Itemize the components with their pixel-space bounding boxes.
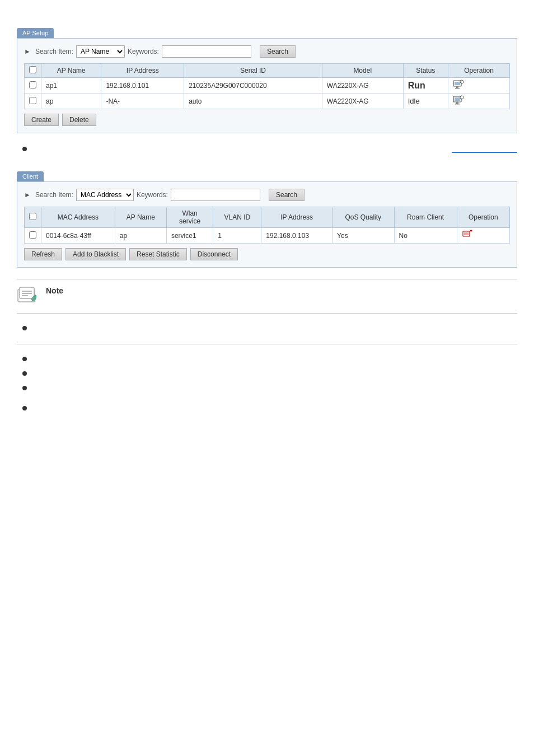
note-icon	[17, 286, 39, 306]
client-col-ip: IP Address	[261, 207, 332, 228]
bullet-item-3	[22, 369, 517, 379]
ap-row2-status: Idle	[403, 94, 448, 109]
bullet-dot-1-icon	[22, 326, 27, 330]
client-search-arrow-icon: ►	[24, 191, 31, 199]
ap-row1-status: Run	[403, 78, 448, 94]
client-col-qos: QoS Quality	[332, 207, 394, 228]
bullet-item-2	[22, 354, 517, 365]
bullet-content	[32, 146, 34, 153]
ap-row2-serial: auto	[184, 94, 322, 109]
client-row1-roam: No	[394, 228, 457, 244]
client-search-bar: ► Search Item: MAC Address AP Name IP Ad…	[24, 189, 510, 201]
ap-col-check	[25, 64, 41, 78]
svg-rect-1	[455, 82, 460, 85]
ap-table: AP Name IP Address Serial ID Model Statu…	[24, 63, 510, 109]
bullet-item-5	[22, 404, 517, 414]
client-row1-ip: 192.168.0.103	[261, 228, 332, 244]
svg-rect-13	[464, 232, 469, 235]
client-select-all-checkbox[interactable]	[29, 213, 36, 220]
client-add-blacklist-button[interactable]: Add to Blacklist	[65, 248, 126, 260]
client-col-vlan: VLAN ID	[213, 207, 261, 228]
ap-row1-operation[interactable]: +	[448, 78, 510, 94]
bullet-text-2	[32, 354, 34, 365]
divider-1	[17, 344, 517, 344]
client-panel: ► Search Item: MAC Address AP Name IP Ad…	[17, 181, 517, 268]
ap-search-button[interactable]: Search	[260, 45, 296, 58]
client-col-mac: MAC Address	[41, 207, 115, 228]
client-col-apname: AP Name	[115, 207, 166, 228]
client-row1-wlan: service1	[166, 228, 213, 244]
client-row1-vlan: 1	[213, 228, 261, 244]
table-row: ap -NA- auto WA2220X-AG Idle	[25, 94, 510, 109]
ap-row1-ip: 192.168.0.101	[101, 78, 184, 94]
bullet-dot-2-icon	[22, 357, 27, 361]
note-label: Note	[46, 286, 63, 295]
table-row: ap1 192.168.0.101 210235A29G007C000020 W…	[25, 78, 510, 94]
client-search-button[interactable]: Search	[269, 189, 305, 201]
note-section: Note	[17, 279, 517, 314]
client-keywords-input[interactable]	[171, 189, 260, 201]
ap-keywords-label: Keywords:	[128, 48, 159, 55]
svg-rect-8	[456, 102, 458, 104]
ap-row2-ip: -NA-	[101, 94, 184, 109]
client-col-wlan: Wlanservice	[166, 207, 213, 228]
bullet-dot-4-icon	[22, 386, 27, 390]
ap-row1-name: ap1	[41, 78, 101, 94]
client-row1-qos: Yes	[332, 228, 394, 244]
table-row: 0014-6c8a-43ff ap service1 1 192.168.0.1…	[25, 228, 510, 244]
after-note-bullets	[17, 324, 517, 334]
client-reset-statistic-button[interactable]: Reset Statistic	[129, 248, 187, 260]
bullet-dot-icon	[22, 147, 27, 151]
ap-row2-operation[interactable]: +	[448, 94, 510, 109]
top-bullet-section	[17, 144, 517, 155]
client-refresh-button[interactable]: Refresh	[24, 248, 62, 260]
ap-row1-serial: 210235A29G007C000020	[184, 78, 322, 94]
client-search-item-label: Search Item:	[35, 191, 73, 199]
client-row1-mac: 0014-6c8a-43ff	[41, 228, 115, 244]
ap-select-all-checkbox[interactable]	[29, 66, 36, 73]
client-search-select[interactable]: MAC Address AP Name IP Address	[76, 189, 134, 201]
svg-rect-9	[455, 104, 460, 105]
ap-row1-model: WA2220X-AG	[322, 78, 403, 94]
bullet-dot-5-icon	[22, 406, 27, 410]
ap-row2-config-icon[interactable]: +	[453, 95, 465, 105]
ap-col-serial: Serial ID	[184, 64, 322, 78]
client-row1-operation[interactable]	[457, 228, 509, 244]
bullet-item-4	[22, 384, 517, 394]
bullet-item-1	[22, 324, 517, 334]
last-bullet	[17, 404, 517, 414]
client-row1-checkbox[interactable]	[29, 231, 36, 239]
svg-rect-17	[20, 287, 34, 298]
bullet-dot-3-icon	[22, 371, 27, 376]
search-arrow-icon: ►	[24, 48, 31, 55]
ap-row1-checkbox[interactable]	[29, 81, 36, 88]
ap-keywords-input[interactable]	[162, 45, 251, 58]
ap-search-select[interactable]: AP Name IP Address Serial ID Model	[76, 45, 125, 58]
ap-col-ip: IP Address	[101, 64, 184, 78]
ap-delete-button[interactable]: Delete	[62, 114, 96, 126]
ap-row2-checkbox[interactable]	[29, 97, 36, 104]
client-row1-disconnect-icon[interactable]	[462, 230, 474, 240]
bullet-text	[32, 144, 517, 155]
client-disconnect-button[interactable]: Disconnect	[190, 248, 238, 260]
client-tab[interactable]: Client	[17, 171, 44, 181]
svg-rect-7	[455, 97, 460, 101]
ap-row2-name: ap	[41, 94, 101, 109]
ap-col-status: Status	[403, 64, 448, 78]
ap-search-bar: ► Search Item: AP Name IP Address Serial…	[24, 45, 510, 58]
ap-row1-config-icon[interactable]: +	[453, 80, 465, 90]
ap-setup-tab[interactable]: AP Setup	[17, 28, 54, 38]
client-row1-apname: ap	[115, 228, 166, 244]
ap-col-name: AP Name	[41, 64, 101, 78]
ap-action-row: Create Delete	[24, 114, 510, 126]
bullet-text-5	[32, 404, 34, 414]
ap-row2-model: WA2220X-AG	[322, 94, 403, 109]
client-action-row: Refresh Add to Blacklist Reset Statistic…	[24, 248, 510, 260]
bullet-text-4	[32, 384, 34, 394]
sub-bullets	[17, 354, 517, 394]
client-col-check	[25, 207, 41, 228]
top-link[interactable]	[452, 144, 517, 155]
ap-create-button[interactable]: Create	[24, 114, 59, 126]
client-col-operation: Operation	[457, 207, 509, 228]
ap-col-operation: Operation	[448, 64, 510, 78]
